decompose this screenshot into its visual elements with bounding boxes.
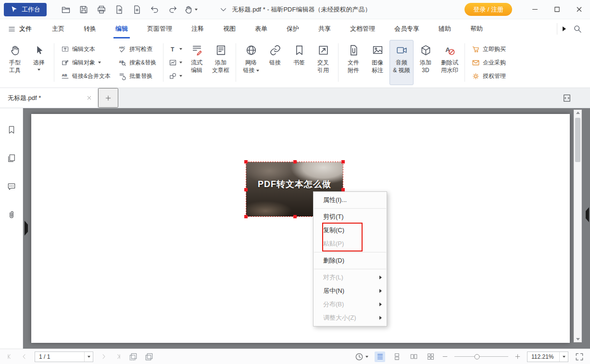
tab-comment[interactable]: 注释 [182,19,213,38]
redo-button[interactable] [165,2,180,17]
tab-protect[interactable]: 保护 [277,19,309,38]
menu-item-center[interactable]: 居中(N) [314,284,387,298]
tab-help[interactable]: 帮助 [461,19,492,38]
new-document-button[interactable] [129,2,145,17]
open-file-button[interactable] [58,2,74,17]
export-document-button[interactable] [112,2,127,17]
resize-handle-right[interactable] [341,188,345,191]
quick-tools-chevron-icon[interactable] [219,6,227,14]
tab-view[interactable]: 视图 [213,19,245,38]
workbench-button[interactable]: 工作台 [4,3,47,16]
tab-member-exclusive[interactable]: 会员专享 [385,19,429,38]
resize-handle-left[interactable] [244,188,248,191]
undo-button[interactable] [147,2,163,17]
web-link-button[interactable]: 网络 链接 [239,40,263,85]
add-article-box-button[interactable]: 添加 文章框 [209,40,233,85]
tab-close-button[interactable] [87,95,92,100]
last-page-button[interactable] [114,352,122,361]
zoom-selector-caret[interactable] [559,352,568,362]
ribbon-expand-control[interactable] [557,23,566,35]
enterprise-purchase-button[interactable]: 企业采购 [470,56,508,69]
vertical-scrollbar[interactable] [574,110,582,342]
search-replace-button[interactable]: AB 搜索&替换 [116,56,158,69]
first-page-button[interactable] [6,352,14,361]
menu-item-delete[interactable]: 删除(D) [314,254,387,267]
menu-item-paste[interactable]: 粘贴(P) [314,237,387,251]
add-3d-button[interactable]: 添加 3D [414,40,438,85]
scroll-down-button[interactable] [574,338,581,340]
menu-item-cut[interactable]: 剪切(T) [314,210,387,224]
zoom-slider-thumb[interactable] [475,354,480,359]
attachments-panel-button[interactable] [5,209,18,221]
clipboard-button[interactable] [144,352,154,362]
tab-convert[interactable]: 转换 [74,19,106,38]
close-button[interactable] [568,0,590,19]
spell-check-button[interactable]: ABC 拼写检查 [116,43,158,56]
resize-handle-top-right[interactable] [341,160,345,163]
resize-handle-bottom[interactable] [293,215,297,218]
login-register-button[interactable]: 登录 / 注册 [464,3,512,16]
snapshot-button[interactable] [128,352,138,362]
pdf-page[interactable]: PDF转文本怎么做 [31,114,570,343]
tab-document-manage[interactable]: 文档管理 [340,19,385,38]
resize-handle-bottom-left[interactable] [244,215,248,218]
add-shape-tool-button[interactable] [168,70,183,83]
tab-form[interactable]: 表单 [245,19,277,38]
tab-page-organize[interactable]: 页面管理 [138,19,182,38]
page-number-selector[interactable]: 1 / 1 [35,351,93,362]
tab-share[interactable]: 共享 [309,19,340,38]
minimize-button[interactable] [524,0,546,19]
menu-item-align[interactable]: 对齐(L) [314,271,387,284]
fit-screen-button[interactable] [575,352,584,362]
remove-trial-watermark-button[interactable]: A 删除试 用水印 [438,40,462,85]
print-button[interactable] [94,2,109,17]
next-page-button[interactable] [100,352,108,361]
zoom-slider-track[interactable] [454,356,508,357]
add-text-tool-button[interactable]: T [168,43,183,56]
comments-panel-button[interactable] [5,180,18,193]
tab-home[interactable]: 主页 [42,19,74,38]
file-menu-button[interactable]: 文件 [8,25,32,33]
right-panel-expand-handle[interactable] [586,211,589,218]
maximize-button[interactable] [546,0,568,19]
select-tool-button[interactable]: 选择 [27,40,51,85]
tab-switch-button[interactable] [562,93,572,103]
resize-handle-top[interactable] [293,160,297,163]
zoom-level-selector[interactable]: 112.21% [527,351,568,362]
search-button[interactable] [573,24,582,34]
menu-item-copy[interactable]: 复制(C) [314,224,387,237]
batch-replace-button[interactable]: 批量替换 [116,70,158,83]
menu-item-resize[interactable]: 调整大小(Z) [314,311,387,325]
link-merge-text-button[interactable]: AB 链接&合并文本 [59,70,113,83]
auto-scroll-button[interactable] [354,352,368,362]
document-tab-active[interactable]: 无标题.pdf * [0,88,98,108]
hand-tool-button[interactable]: 手型 工具 [3,40,27,85]
facing-view-button[interactable] [408,351,419,362]
menu-item-distribute[interactable]: 分布(B) [314,298,387,311]
add-chart-tool-button[interactable] [168,56,183,69]
pages-panel-button[interactable] [5,152,18,164]
save-button[interactable] [76,2,91,17]
scrollbar-thumb[interactable] [575,118,580,162]
license-management-button[interactable]: 授权管理 [470,70,508,83]
audio-video-button[interactable]: 音频 & 视频 [389,40,414,85]
flow-edit-button[interactable]: 流式 编辑 [185,40,209,85]
zoom-out-button[interactable] [442,353,448,360]
cross-reference-button[interactable]: 交叉 引用 [311,40,335,85]
link-button[interactable]: 链接 [263,40,287,85]
sidebar-expand-handle[interactable] [25,225,28,232]
continuous-view-button[interactable] [375,351,385,362]
new-tab-button[interactable] [98,88,118,108]
page-selector-caret[interactable] [84,352,93,362]
quad-view-button[interactable] [425,351,436,362]
previous-page-button[interactable] [20,352,28,361]
resize-handle-top-left[interactable] [244,160,248,163]
file-attachment-button[interactable]: 文件 附件 [341,40,365,85]
edit-text-button[interactable]: 编辑文本 [59,43,113,56]
hand-pan-button[interactable] [183,2,199,17]
edit-object-button[interactable]: 编辑对象 [59,56,113,69]
bookmarks-panel-button[interactable] [5,124,18,136]
single-page-view-button[interactable] [391,351,402,362]
menu-item-properties[interactable]: 属性(I)... [314,193,387,207]
image-annotation-button[interactable]: 图像 标注 [365,40,389,85]
